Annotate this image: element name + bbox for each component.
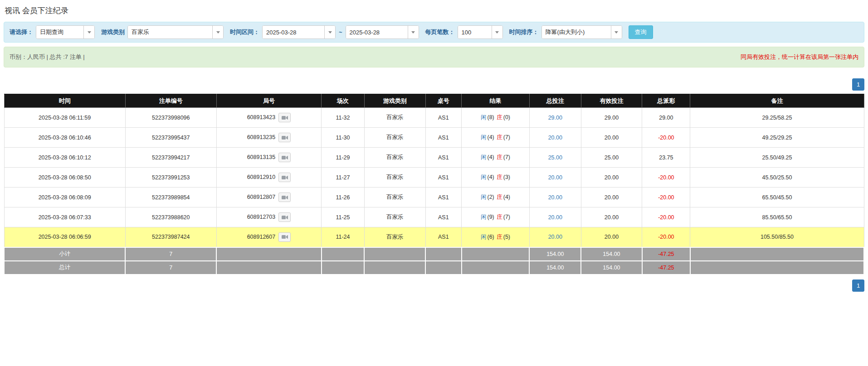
total-bet-link[interactable]: 29.00	[548, 115, 562, 121]
table-row[interactable]: 2025-03-28 06:08:09 522373989854 6089128…	[4, 188, 864, 207]
time-sort-input[interactable]	[542, 26, 611, 39]
game-type-dropdown-button[interactable]	[212, 26, 223, 39]
cell-round-no: 608913135	[216, 148, 321, 168]
summary-currency-count: 币别：人民币 | 总共 :7 注单 |	[10, 53, 85, 61]
cell-session: 11-24	[322, 227, 365, 247]
chevron-down-icon	[411, 31, 415, 34]
cell-game-type: 百家乐	[364, 108, 425, 128]
cell-time: 2025-03-28 06:08:50	[4, 168, 125, 188]
round-no-text: 608913135	[247, 154, 276, 160]
result-player-label: 闲	[481, 194, 487, 200]
cell-remark: 25.50/49.25	[690, 148, 864, 168]
col-header-table-no: 桌号	[425, 94, 462, 108]
round-no-text: 608912703	[247, 214, 276, 220]
result-player-label: 闲	[481, 154, 487, 160]
cell-total-bet: 29.00	[529, 108, 581, 128]
subtotal-empty	[462, 247, 530, 261]
bet-records-table: 时间 注单编号 局号 场次 游戏类别 桌号 结果 总投注 有效投注 总派彩 备注…	[4, 94, 864, 275]
date-from-dropdown-button[interactable]	[324, 26, 335, 39]
video-replay-button[interactable]	[278, 173, 291, 182]
video-replay-button[interactable]	[278, 193, 291, 202]
table-row[interactable]: 2025-03-28 06:08:50 522373991253 6089129…	[4, 168, 864, 188]
page-title: 视讯 会员下注纪录	[5, 5, 864, 16]
subtotal-empty	[690, 247, 864, 261]
result-player-score: (4)	[487, 174, 494, 180]
page-1-button[interactable]: 1	[852, 279, 864, 292]
date-to-input[interactable]	[346, 26, 408, 39]
date-to-combobox	[346, 25, 419, 39]
total-bet-link[interactable]: 20.00	[548, 174, 562, 181]
time-sort-dropdown-button[interactable]	[611, 26, 622, 39]
grand-total-empty	[216, 261, 321, 274]
cell-table-no: AS1	[425, 128, 462, 148]
col-header-time: 时间	[4, 94, 125, 108]
cell-valid-bet: 20.00	[581, 168, 642, 188]
cell-round-no: 608912607	[216, 227, 321, 247]
cell-payout: -20.00	[642, 207, 690, 227]
table-row[interactable]: 2025-03-28 06:10:12 522373994217 6089131…	[4, 148, 864, 168]
table-row[interactable]: 2025-03-28 06:10:46 522373995437 6089132…	[4, 128, 864, 148]
game-type-input[interactable]	[128, 26, 212, 39]
chevron-down-icon	[614, 31, 618, 34]
pagination-bottom: 1	[4, 279, 864, 292]
total-bet-link[interactable]: 20.00	[548, 214, 562, 221]
table-row[interactable]: 2025-03-28 06:07:33 522373988620 6089127…	[4, 207, 864, 227]
query-type-combobox	[36, 25, 95, 39]
grand-total-total-bet: 154.00	[529, 261, 581, 274]
cell-round-no: 608913423	[216, 108, 321, 128]
total-bet-link[interactable]: 20.00	[548, 194, 562, 201]
table-row[interactable]: 2025-03-28 06:11:59 522373998096 6089134…	[4, 108, 864, 128]
total-bet-link[interactable]: 25.00	[548, 154, 562, 161]
video-replay-button[interactable]	[278, 113, 291, 122]
cell-round-no: 608912807	[216, 188, 321, 207]
video-replay-button[interactable]	[278, 232, 291, 242]
query-button[interactable]: 查询	[629, 25, 653, 39]
cell-total-bet: 25.00	[529, 148, 581, 168]
date-to-dropdown-button[interactable]	[408, 26, 419, 39]
cell-remark: 85.50/65.50	[690, 207, 864, 227]
cell-valid-bet: 29.00	[581, 108, 642, 128]
result-player-label: 闲	[481, 214, 487, 220]
result-banker-score: (7)	[503, 134, 510, 140]
date-from-input[interactable]	[263, 26, 324, 39]
col-header-round-no: 局号	[216, 94, 321, 108]
total-bet-link[interactable]: 20.00	[548, 234, 562, 240]
cell-time: 2025-03-28 06:08:09	[4, 188, 125, 207]
cell-result: 闲(2) 庄(4)	[462, 188, 530, 207]
cell-valid-bet: 20.00	[581, 128, 642, 148]
per-page-input[interactable]	[458, 26, 492, 39]
cell-session: 11-30	[322, 128, 365, 148]
page-1-button[interactable]: 1	[852, 78, 864, 91]
cell-game-type: 百家乐	[364, 227, 425, 247]
subtotal-empty	[364, 247, 425, 261]
cell-table-no: AS1	[425, 188, 462, 207]
cell-time: 2025-03-28 06:10:46	[4, 128, 125, 148]
cell-payout: 23.75	[642, 148, 690, 168]
cell-remark: 65.50/45.50	[690, 188, 864, 207]
total-bet-link[interactable]: 20.00	[548, 135, 562, 141]
query-type-input[interactable]	[36, 26, 83, 39]
result-banker-score: (4)	[503, 194, 510, 200]
subtotal-empty	[216, 247, 321, 261]
result-banker-label: 庄	[497, 134, 502, 140]
video-replay-button[interactable]	[278, 133, 291, 142]
table-row-selected[interactable]: 2025-03-28 06:06:59 522373987424 6089126…	[4, 227, 864, 247]
cell-bet-no: 522373994217	[125, 148, 216, 168]
per-page-dropdown-button[interactable]	[492, 26, 502, 39]
grand-total-count: 7	[125, 261, 216, 274]
query-type-dropdown-button[interactable]	[83, 26, 94, 39]
grand-total-empty	[364, 261, 425, 274]
result-banker-score: (7)	[503, 154, 510, 160]
summary-bar: 币别：人民币 | 总共 :7 注单 | 同局有效投注，统一计算在该局第一张注单内	[4, 47, 864, 67]
grand-total-empty	[690, 261, 864, 274]
grand-total-empty	[425, 261, 462, 274]
video-replay-button[interactable]	[278, 153, 291, 162]
cell-total-bet: 20.00	[529, 128, 581, 148]
cell-game-type: 百家乐	[364, 188, 425, 207]
video-camera-icon	[282, 215, 288, 220]
video-replay-button[interactable]	[278, 212, 291, 222]
cell-session: 11-27	[322, 168, 365, 188]
cell-round-no: 608913235	[216, 128, 321, 148]
cell-time: 2025-03-28 06:11:59	[4, 108, 125, 128]
cell-remark: 105.50/85.50	[690, 227, 864, 247]
